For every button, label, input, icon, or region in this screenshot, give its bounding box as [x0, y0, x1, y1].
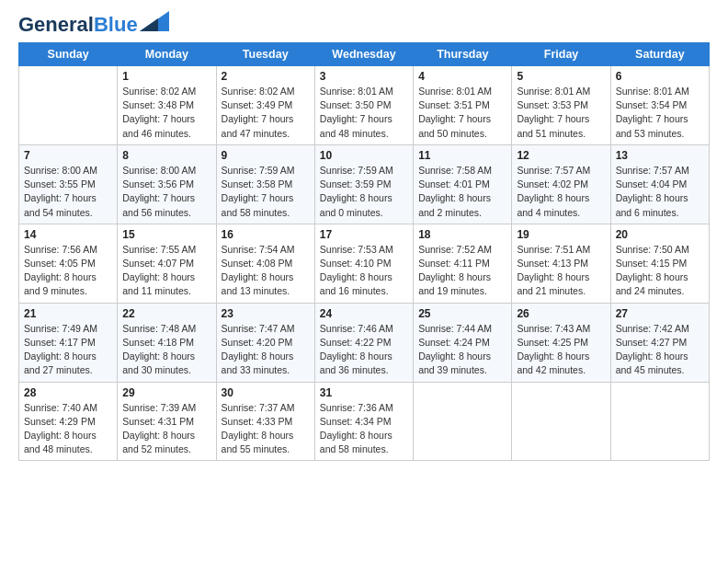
- day-info: Sunrise: 8:00 AM Sunset: 3:56 PM Dayligh…: [122, 164, 210, 220]
- day-info: Sunrise: 8:02 AM Sunset: 3:49 PM Dayligh…: [222, 85, 310, 141]
- day-number: 24: [320, 307, 408, 320]
- calendar-cell: 25Sunrise: 7:44 AM Sunset: 4:24 PM Dayli…: [414, 303, 512, 382]
- week-row-2: 14Sunrise: 7:56 AM Sunset: 4:05 PM Dayli…: [19, 224, 710, 303]
- calendar-cell: [512, 382, 610, 461]
- day-info: Sunrise: 7:54 AM Sunset: 4:08 PM Dayligh…: [222, 243, 310, 299]
- day-number: 29: [122, 386, 210, 399]
- weekday-header-thursday: Thursday: [414, 43, 512, 66]
- day-number: 28: [24, 386, 112, 399]
- calendar-cell: 11Sunrise: 7:58 AM Sunset: 4:01 PM Dayli…: [414, 144, 512, 224]
- logo: GeneralBlue: [18, 15, 169, 35]
- calendar-cell: 10Sunrise: 7:59 AM Sunset: 3:59 PM Dayli…: [314, 144, 413, 224]
- calendar-cell: 15Sunrise: 7:55 AM Sunset: 4:07 PM Dayli…: [118, 224, 216, 303]
- day-number: 23: [222, 307, 310, 320]
- day-info: Sunrise: 7:47 AM Sunset: 4:20 PM Dayligh…: [222, 322, 310, 378]
- calendar-cell: 23Sunrise: 7:47 AM Sunset: 4:20 PM Dayli…: [216, 303, 314, 382]
- day-info: Sunrise: 8:02 AM Sunset: 3:48 PM Dayligh…: [122, 85, 210, 141]
- day-number: 22: [122, 307, 210, 320]
- day-info: Sunrise: 7:59 AM Sunset: 3:58 PM Dayligh…: [222, 164, 310, 220]
- week-row-4: 28Sunrise: 7:40 AM Sunset: 4:29 PM Dayli…: [19, 382, 710, 461]
- week-row-3: 21Sunrise: 7:49 AM Sunset: 4:17 PM Dayli…: [19, 303, 710, 382]
- calendar-cell: 19Sunrise: 7:51 AM Sunset: 4:13 PM Dayli…: [512, 224, 610, 303]
- day-number: 6: [616, 70, 704, 83]
- day-info: Sunrise: 7:58 AM Sunset: 4:01 PM Dayligh…: [418, 164, 506, 220]
- calendar-cell: 18Sunrise: 7:52 AM Sunset: 4:11 PM Dayli…: [414, 224, 512, 303]
- calendar-cell: 31Sunrise: 7:36 AM Sunset: 4:34 PM Dayli…: [314, 382, 413, 461]
- calendar-cell: 30Sunrise: 7:37 AM Sunset: 4:33 PM Dayli…: [216, 382, 314, 461]
- page: GeneralBlue SundayMondayTuesdayWednesday…: [0, 0, 728, 563]
- day-number: 13: [616, 149, 704, 162]
- day-number: 5: [517, 70, 605, 83]
- day-number: 21: [24, 307, 112, 320]
- calendar-cell: 26Sunrise: 7:43 AM Sunset: 4:25 PM Dayli…: [512, 303, 610, 382]
- weekday-header-row: SundayMondayTuesdayWednesdayThursdayFrid…: [19, 43, 710, 66]
- day-number: 8: [122, 149, 210, 162]
- calendar-cell: 27Sunrise: 7:42 AM Sunset: 4:27 PM Dayli…: [610, 303, 709, 382]
- header: GeneralBlue: [18, 15, 710, 35]
- weekday-header-tuesday: Tuesday: [216, 43, 314, 66]
- day-number: 9: [222, 149, 310, 162]
- weekday-header-sunday: Sunday: [19, 43, 118, 66]
- day-number: 31: [320, 386, 408, 399]
- day-number: 3: [320, 70, 408, 83]
- day-info: Sunrise: 7:50 AM Sunset: 4:15 PM Dayligh…: [616, 243, 704, 299]
- calendar-cell: 28Sunrise: 7:40 AM Sunset: 4:29 PM Dayli…: [19, 382, 118, 461]
- day-info: Sunrise: 7:59 AM Sunset: 3:59 PM Dayligh…: [320, 164, 408, 220]
- week-row-1: 7Sunrise: 8:00 AM Sunset: 3:55 PM Daylig…: [19, 144, 710, 224]
- day-info: Sunrise: 7:40 AM Sunset: 4:29 PM Dayligh…: [24, 401, 112, 457]
- day-info: Sunrise: 8:01 AM Sunset: 3:51 PM Dayligh…: [418, 85, 506, 141]
- day-info: Sunrise: 7:39 AM Sunset: 4:31 PM Dayligh…: [122, 401, 210, 457]
- calendar-cell: 9Sunrise: 7:59 AM Sunset: 3:58 PM Daylig…: [216, 144, 314, 224]
- day-number: 2: [222, 70, 310, 83]
- weekday-header-saturday: Saturday: [610, 43, 709, 66]
- weekday-header-monday: Monday: [118, 43, 216, 66]
- week-row-0: 1Sunrise: 8:02 AM Sunset: 3:48 PM Daylig…: [19, 66, 710, 145]
- calendar-cell: [610, 382, 709, 461]
- day-number: 11: [418, 149, 506, 162]
- day-number: 27: [616, 307, 704, 320]
- calendar-cell: 14Sunrise: 7:56 AM Sunset: 4:05 PM Dayli…: [19, 224, 118, 303]
- calendar-cell: 3Sunrise: 8:01 AM Sunset: 3:50 PM Daylig…: [314, 66, 413, 145]
- logo-icon: [140, 11, 169, 31]
- day-info: Sunrise: 7:57 AM Sunset: 4:04 PM Dayligh…: [616, 164, 704, 220]
- day-number: 18: [418, 228, 506, 241]
- day-info: Sunrise: 7:37 AM Sunset: 4:33 PM Dayligh…: [222, 401, 310, 457]
- day-number: 16: [222, 228, 310, 241]
- logo-text: GeneralBlue: [18, 15, 138, 35]
- day-info: Sunrise: 7:53 AM Sunset: 4:10 PM Dayligh…: [320, 243, 408, 299]
- day-number: 1: [122, 70, 210, 83]
- day-info: Sunrise: 8:00 AM Sunset: 3:55 PM Dayligh…: [24, 164, 112, 220]
- calendar-cell: 4Sunrise: 8:01 AM Sunset: 3:51 PM Daylig…: [414, 66, 512, 145]
- day-info: Sunrise: 7:42 AM Sunset: 4:27 PM Dayligh…: [616, 322, 704, 378]
- day-number: 20: [616, 228, 704, 241]
- day-info: Sunrise: 7:49 AM Sunset: 4:17 PM Dayligh…: [24, 322, 112, 378]
- day-info: Sunrise: 7:52 AM Sunset: 4:11 PM Dayligh…: [418, 243, 506, 299]
- day-info: Sunrise: 7:57 AM Sunset: 4:02 PM Dayligh…: [517, 164, 605, 220]
- day-info: Sunrise: 7:51 AM Sunset: 4:13 PM Dayligh…: [517, 243, 605, 299]
- calendar-cell: 20Sunrise: 7:50 AM Sunset: 4:15 PM Dayli…: [610, 224, 709, 303]
- day-number: 26: [517, 307, 605, 320]
- day-info: Sunrise: 8:01 AM Sunset: 3:54 PM Dayligh…: [616, 85, 704, 141]
- calendar-cell: 6Sunrise: 8:01 AM Sunset: 3:54 PM Daylig…: [610, 66, 709, 145]
- calendar-cell: 29Sunrise: 7:39 AM Sunset: 4:31 PM Dayli…: [118, 382, 216, 461]
- calendar-cell: 21Sunrise: 7:49 AM Sunset: 4:17 PM Dayli…: [19, 303, 118, 382]
- calendar-cell: 5Sunrise: 8:01 AM Sunset: 3:53 PM Daylig…: [512, 66, 610, 145]
- calendar-cell: 8Sunrise: 8:00 AM Sunset: 3:56 PM Daylig…: [118, 144, 216, 224]
- calendar-cell: 24Sunrise: 7:46 AM Sunset: 4:22 PM Dayli…: [314, 303, 413, 382]
- svg-marker-1: [140, 18, 158, 31]
- calendar-cell: 17Sunrise: 7:53 AM Sunset: 4:10 PM Dayli…: [314, 224, 413, 303]
- day-info: Sunrise: 7:36 AM Sunset: 4:34 PM Dayligh…: [320, 401, 408, 457]
- calendar-cell: 12Sunrise: 7:57 AM Sunset: 4:02 PM Dayli…: [512, 144, 610, 224]
- day-info: Sunrise: 7:55 AM Sunset: 4:07 PM Dayligh…: [122, 243, 210, 299]
- day-number: 19: [517, 228, 605, 241]
- day-info: Sunrise: 8:01 AM Sunset: 3:53 PM Dayligh…: [517, 85, 605, 141]
- weekday-header-friday: Friday: [512, 43, 610, 66]
- calendar-table: SundayMondayTuesdayWednesdayThursdayFrid…: [18, 42, 710, 461]
- day-info: Sunrise: 7:56 AM Sunset: 4:05 PM Dayligh…: [24, 243, 112, 299]
- day-info: Sunrise: 7:43 AM Sunset: 4:25 PM Dayligh…: [517, 322, 605, 378]
- day-number: 14: [24, 228, 112, 241]
- day-number: 30: [222, 386, 310, 399]
- day-number: 7: [24, 149, 112, 162]
- day-info: Sunrise: 7:48 AM Sunset: 4:18 PM Dayligh…: [122, 322, 210, 378]
- calendar-cell: 1Sunrise: 8:02 AM Sunset: 3:48 PM Daylig…: [118, 66, 216, 145]
